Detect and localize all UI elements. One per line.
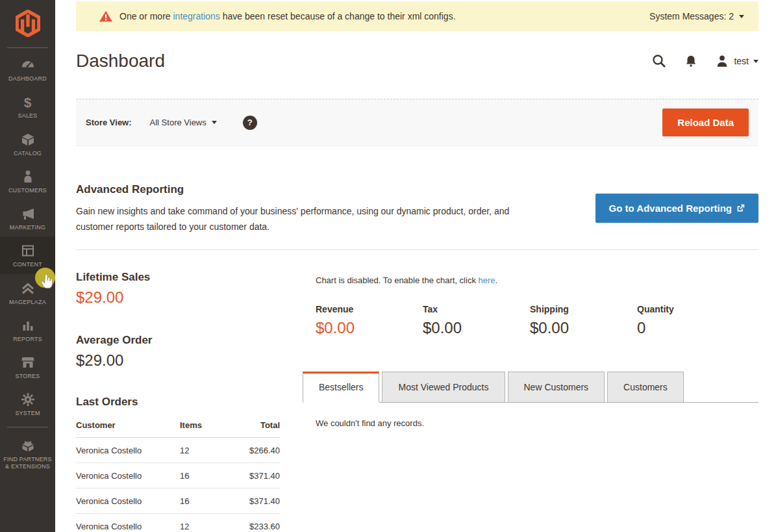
table-row[interactable]: Veronica Costello 12 $233.60 [76,514,280,532]
stats-column: Lifetime Sales $29.00 Average Order $29.… [76,271,280,532]
marketing-icon [20,205,36,222]
chevron-down-icon [753,60,758,63]
total-tax: Tax $0.00 [423,304,530,337]
order-customer: Veronica Costello [76,496,180,506]
go-to-advanced-reporting-button[interactable]: Go to Advanced Reporting [595,194,758,223]
integrations-link[interactable]: integrations [173,11,219,21]
tab-customers[interactable]: Customers [607,372,684,403]
table-row[interactable]: Veronica Costello 12 $266.40 [76,438,280,463]
lifetime-sales-value: $29.00 [76,288,280,307]
tab-bestsellers[interactable]: Bestsellers [303,372,379,403]
tab-empty-message: We couldn't find any records. [303,403,758,428]
order-total: $371.40 [227,471,280,481]
sidebar-item-customers[interactable]: CUSTOMERS [0,162,55,199]
dashboard-tabs: Bestsellers Most Viewed Products New Cus… [303,372,758,403]
notifications-bell-icon[interactable] [684,53,698,69]
sidebar-item-content[interactable]: CONTENT [0,236,55,273]
sidebar-item-label: CATALOG [14,150,42,157]
advanced-reporting-section: Advanced Reporting Gain new insights and… [76,167,758,250]
reload-data-button[interactable]: Reload Data [662,108,749,136]
order-items: 12 [180,446,227,455]
sales-icon: $ [24,94,32,110]
magento-logo[interactable] [0,0,55,37]
mageplaza-icon [20,280,36,297]
sidebar-item-label: SYSTEM [15,410,40,417]
column-header-total: Total [227,420,280,430]
total-quantity: Quantity 0 [637,304,744,337]
reports-icon [20,317,36,334]
total-shipping: Shipping $0.00 [530,304,637,337]
system-notice-bar: One or more integrations have been reset… [76,1,758,31]
tab-most-viewed-products[interactable]: Most Viewed Products [382,372,505,403]
content-icon [20,242,36,259]
average-order-label: Average Order [76,334,280,347]
notice-suffix: have been reset because of a change to t… [220,11,456,21]
table-header-row: Customer Items Total [76,418,280,438]
sidebar-item-label: DASHBOARD [8,75,47,82]
order-customer: Veronica Costello [76,522,180,531]
sidebar-item-reports[interactable]: REPORTS [0,311,55,348]
sidebar-item-sales[interactable]: $ SALES [0,88,55,125]
total-label: Tax [423,304,530,314]
last-orders-title: Last Orders [76,396,280,409]
order-total: $233.60 [227,522,280,531]
sidebar-item-mageplaza[interactable]: MAGEPLAZA [0,274,55,311]
last-orders-table: Customer Items Total Veronica Costello 1… [76,418,280,532]
sidebar-item-catalog[interactable]: CATALOG [0,125,55,162]
sidebar-item-label: MARKETING [10,224,45,231]
sidebar-item-stores[interactable]: STORES [0,348,55,385]
notice-prefix: One or more [119,11,173,21]
magento-logo-icon [16,10,40,37]
sidebar: DASHBOARD $ SALES CATALOG CUSTOMERS MARK… [0,0,55,532]
sidebar-item-label: FIND PARTNERS & EXTENSIONS [3,456,53,471]
dashboard-toolbar: Store View: All Store Views ? Reload Dat… [76,99,758,146]
order-total: $371.40 [227,496,280,506]
sidebar-item-system[interactable]: SYSTEM [0,385,55,422]
order-items: 16 [180,496,227,506]
total-label: Revenue [316,304,423,314]
average-order-value: $29.00 [76,351,280,370]
magento-admin-dashboard: DASHBOARD $ SALES CATALOG CUSTOMERS MARK… [0,0,776,532]
sidebar-divider [7,427,48,427]
sidebar-item-label: STORES [15,373,40,380]
table-row[interactable]: Veronica Costello 16 $371.40 [76,488,280,514]
stores-icon [20,354,36,371]
tab-new-customers[interactable]: New Customers [508,372,605,403]
search-icon[interactable] [651,53,667,69]
sidebar-item-label: CONTENT [13,261,42,268]
advanced-reporting-description: Gain new insights and take command of yo… [76,204,544,234]
user-avatar-icon [715,54,729,68]
page-title: Dashboard [76,51,165,71]
page-header: Dashboard test [76,44,758,78]
order-customer: Veronica Costello [76,446,180,455]
system-icon [20,391,36,408]
order-items: 16 [180,471,227,481]
advanced-reporting-text: Advanced Reporting Gain new insights and… [76,182,569,234]
external-link-icon [736,204,745,212]
extensions-brick-icon [19,437,36,454]
total-label: Quantity [637,304,744,314]
total-value: $0.00 [316,319,423,337]
system-messages-toggle[interactable]: System Messages: 2 [649,11,744,21]
sidebar-divider [7,47,48,48]
store-view-select[interactable]: All Store Views [150,118,217,127]
user-menu[interactable]: test [715,54,758,68]
chart-note-suffix: . [495,275,498,285]
column-header-customer: Customer [76,420,180,430]
table-row[interactable]: Veronica Costello 16 $371.40 [76,463,280,488]
column-header-items: Items [180,420,227,430]
sidebar-item-dashboard[interactable]: DASHBOARD [0,51,55,88]
order-total: $266.40 [227,446,280,455]
sidebar-item-marketing[interactable]: MARKETING [0,199,55,236]
sidebar-item-label: MAGEPLAZA [9,299,46,306]
chart-disabled-note: Chart is disabled. To enable the chart, … [303,275,758,285]
chevron-down-icon [739,15,744,18]
sidebar-item-find-partners[interactable]: FIND PARTNERS & EXTENSIONS [0,431,55,476]
catalog-icon [20,131,36,148]
warning-icon [99,10,113,23]
total-value: $0.00 [530,319,637,337]
system-messages-label: System Messages: 2 [649,11,734,21]
enable-chart-link[interactable]: here [479,275,495,285]
header-actions: test [651,53,758,69]
help-icon[interactable]: ? [243,116,257,130]
